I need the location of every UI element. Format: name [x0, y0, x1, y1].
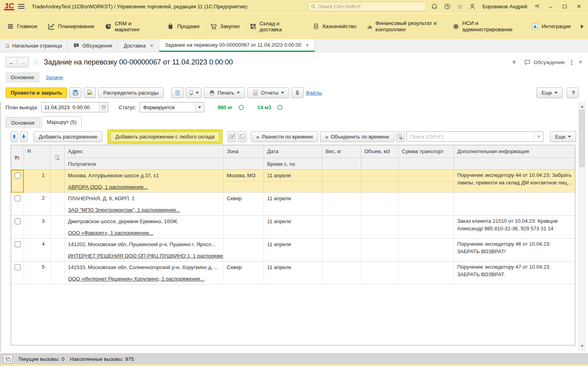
scroll-down-button[interactable] — [579, 344, 585, 350]
header-n-column[interactable]: N — [24, 145, 51, 170]
row-recipients-link[interactable]: ООО «Интернет Решения» Хоругвино, 1 расп… — [68, 276, 204, 282]
post-and-close-button[interactable]: Провести и закрыть — [6, 87, 67, 98]
discussion-button[interactable]: Обсуждение — [524, 59, 565, 66]
header-date-column[interactable]: ДатаВремя с, по — [264, 145, 322, 170]
calendar-icon[interactable] — [99, 102, 108, 112]
row-recipients-link[interactable]: ООО «Фаворит», 1 распоряжение... — [68, 230, 153, 236]
server-calls-button[interactable] — [3, 355, 13, 363]
help-button[interactable]: ? — [567, 87, 579, 98]
more-button[interactable]: Еще — [537, 87, 563, 98]
spread-by-time-button[interactable]: «Разнести по времени — [251, 131, 318, 142]
status-dropdown-button[interactable] — [195, 102, 204, 112]
user-icon[interactable] — [468, 2, 477, 11]
truck-document-button[interactable] — [396, 131, 405, 142]
header-weight-column[interactable]: Вес, кг — [322, 145, 361, 170]
table-search-input[interactable] — [407, 134, 534, 140]
scrollbar-thumb[interactable] — [579, 110, 584, 167]
ribbon-item-finance[interactable]: Финансовый результат и контроллинг — [367, 20, 443, 33]
tab-delivery[interactable]: Доставка × — [118, 39, 159, 52]
ribbon-item-planning[interactable]: Планирование — [48, 23, 94, 30]
save-button[interactable] — [70, 87, 81, 98]
scroll-up-button[interactable] — [579, 102, 585, 109]
table-row[interactable]: 3 Дмитровское шоссе, деревня Еремино, 10… — [11, 216, 575, 239]
plan-departure-input[interactable] — [41, 104, 99, 110]
ribbon-item-main[interactable]: Главное — [7, 23, 38, 30]
close-form-icon[interactable]: × — [579, 58, 582, 66]
row-date-cell: 11 апреля — [264, 170, 322, 193]
row-info-cell: Поручение экспедитору 46 от 10.04.23: ЗА… — [454, 239, 575, 262]
tab-home[interactable]: ⌂ Начальная страница — [0, 39, 68, 52]
row-checkbox[interactable] — [15, 195, 21, 201]
close-window-button[interactable]: × — [574, 2, 584, 11]
row-checkbox[interactable] — [15, 173, 21, 178]
nav-tasks-link[interactable]: Задачи — [46, 74, 63, 80]
ribbon-overflow-arrow[interactable] — [581, 25, 586, 28]
copy-rows-button[interactable] — [238, 131, 247, 142]
global-search-input[interactable] — [318, 4, 424, 9]
close-tab-icon[interactable]: × — [150, 42, 153, 49]
row-checkbox[interactable] — [15, 218, 21, 224]
merge-by-time-button[interactable]: »Объединить по времени — [320, 131, 394, 142]
table-row[interactable]: 5 141533, Московская обл, Солнечногорски… — [11, 262, 575, 284]
structure-list-button[interactable] — [172, 87, 183, 98]
print-button[interactable]: Печать — [204, 87, 245, 98]
route-more-button[interactable]: Еще — [550, 131, 576, 142]
row-checkbox[interactable] — [15, 264, 21, 270]
row-recipients-link[interactable]: АВРОРА ООО, 1 распоряжение... — [68, 184, 148, 190]
panels-settings-icon[interactable] — [533, 2, 541, 11]
move-down-button[interactable] — [20, 131, 28, 142]
table-row[interactable]: 4 141202, Московская обл, Пушкинский р-н… — [11, 239, 575, 262]
header-truck-column[interactable] — [11, 145, 24, 170]
ribbon-item-treasury[interactable]: Казначейство — [313, 23, 356, 30]
table-row[interactable]: 2 ПЛАНЕРНАЯ, Д. 6, КОРП. 2ЗАО "МПО Элект… — [11, 193, 575, 216]
add-order-button[interactable]: Добавить распоряжение — [34, 131, 102, 142]
more-actions-dots-icon[interactable] — [571, 60, 572, 61]
ribbon-item-integration[interactable]: Интеграция — [531, 23, 571, 30]
check-marked-button[interactable] — [228, 131, 236, 142]
row-recipients-link[interactable]: ИНТЕРНЕТ РЕШЕНИЯ ООО ОП РФЦ ПУШКИНО 1, 1… — [68, 253, 223, 259]
search-icon — [311, 4, 316, 9]
header-sum-column[interactable]: Сумма транспорт — [399, 145, 454, 170]
notifications-bell-icon[interactable] — [430, 2, 439, 11]
tab-discussions[interactable]: Обсуждения — [68, 39, 118, 52]
move-up-button[interactable] — [11, 131, 18, 142]
distribute-expenses-button[interactable]: Распределить расходы — [98, 87, 164, 98]
ribbon-item-crm[interactable]: CRM и маркетинг — [105, 21, 157, 32]
copy-link-icon[interactable] — [511, 59, 518, 66]
row-date: 11 апреля — [264, 262, 322, 273]
history-clock-icon[interactable] — [443, 2, 452, 11]
tab-main[interactable]: Основное — [6, 117, 40, 128]
main-menu-icon[interactable] — [18, 4, 24, 9]
nav-main-chip[interactable]: Основное — [6, 72, 40, 83]
maximize-button[interactable] — [560, 2, 570, 11]
attachments-button[interactable] — [292, 87, 303, 98]
back-button[interactable]: ← — [6, 57, 17, 67]
minimize-button[interactable]: – — [545, 2, 556, 11]
ribbon-item-admin[interactable]: НСИ и администрирование — [453, 20, 521, 33]
files-link[interactable]: Файлы — [306, 90, 322, 96]
favorites-star-icon[interactable]: ☆ — [456, 2, 464, 11]
add-to-favorites-star-icon[interactable]: ☆ — [32, 57, 40, 67]
row-recipients-link[interactable]: ЗАО "МПО Электромонтаж", 1 распоряжение.… — [68, 207, 180, 213]
table-row[interactable]: 1 Москва, Алтуфьевское шоссе д.37, с1АВР… — [11, 170, 575, 193]
tab-route[interactable]: Маршрут (5) — [41, 116, 82, 128]
ribbon-item-sales[interactable]: Продажи — [167, 23, 199, 30]
clear-search-icon[interactable]: ✕ — [534, 132, 543, 141]
vertical-scrollbar[interactable] — [579, 102, 585, 351]
close-tab-icon[interactable]: × — [306, 42, 309, 48]
header-info-column[interactable]: Дополнительная информация — [454, 145, 575, 170]
reports-button[interactable]: Отчеты — [247, 87, 289, 98]
add-order-any-warehouse-button[interactable]: Добавить распоряжение с любого склада — [110, 131, 220, 142]
header-address-column[interactable]: АдресПолучатели — [65, 145, 224, 170]
row-checkbox[interactable] — [15, 241, 21, 247]
tab-transport-task[interactable]: Задание на перевозку 00-00000067 от 11.0… — [159, 39, 315, 52]
header-volume-column[interactable]: Объем, м3 — [361, 145, 399, 170]
global-search[interactable] — [308, 2, 426, 11]
forward-button[interactable]: → — [17, 57, 28, 67]
ribbon-item-purchases[interactable]: Закупки — [210, 23, 239, 30]
ribbon-item-warehouse[interactable]: Склад и доставка — [250, 21, 302, 32]
create-based-on-button[interactable] — [186, 87, 202, 98]
header-zone-column[interactable]: Зона — [224, 145, 264, 170]
post-document-button[interactable] — [84, 87, 96, 98]
header-docicon-column[interactable] — [51, 145, 65, 170]
